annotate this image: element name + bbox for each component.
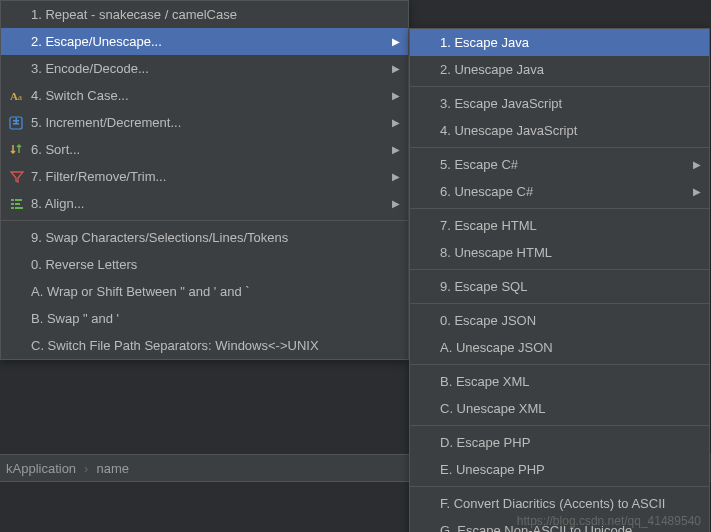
blank-icon <box>7 338 27 354</box>
blank-icon <box>7 230 27 246</box>
menu-item-label: F. Convert Diacritics (Accents) to ASCII <box>440 496 701 511</box>
menu-item-label: E. Unescape PHP <box>440 462 701 477</box>
sub-menu-item[interactable]: F. Convert Diacritics (Accents) to ASCII <box>410 490 709 517</box>
blank-icon <box>7 284 27 300</box>
main-menu-item[interactable]: 3. Encode/Decode...▶ <box>1 55 408 82</box>
submenu-arrow-icon: ▶ <box>390 117 400 128</box>
menu-item-label: 1. Repeat - snakecase / camelCase <box>31 7 400 22</box>
menu-divider <box>410 147 709 148</box>
sub-menu-item[interactable]: 2. Unescape Java <box>410 56 709 83</box>
blank-icon <box>416 62 436 78</box>
blank-icon <box>416 35 436 51</box>
blank-icon <box>416 157 436 173</box>
sub-menu-item[interactable]: E. Unescape PHP <box>410 456 709 483</box>
chevron-right-icon: › <box>84 461 88 476</box>
svg-rect-8 <box>11 203 14 205</box>
svg-rect-7 <box>15 199 22 201</box>
sub-menu-item[interactable]: C. Unescape XML <box>410 395 709 422</box>
filter-icon <box>7 169 27 185</box>
sub-menu-item[interactable]: 9. Escape SQL <box>410 273 709 300</box>
main-menu-item[interactable]: 1. Repeat - snakecase / camelCase <box>1 1 408 28</box>
sub-menu-item[interactable]: 8. Unescape HTML <box>410 239 709 266</box>
sub-menu-item[interactable]: 7. Escape HTML <box>410 212 709 239</box>
menu-divider <box>410 364 709 365</box>
sub-menu-item[interactable]: 6. Unescape C#▶ <box>410 178 709 205</box>
sub-menu-item[interactable]: 3. Escape JavaScript <box>410 90 709 117</box>
menu-item-label: 9. Swap Characters/Selections/Lines/Toke… <box>31 230 400 245</box>
blank-icon <box>416 523 436 533</box>
menu-item-label: 2. Unescape Java <box>440 62 701 77</box>
blank-icon <box>7 257 27 273</box>
submenu-arrow-icon: ▶ <box>390 36 400 47</box>
escape-unescape-submenu: 1. Escape Java2. Unescape Java3. Escape … <box>409 28 710 532</box>
blank-icon <box>7 7 27 23</box>
menu-item-label: B. Escape XML <box>440 374 701 389</box>
breadcrumb-part[interactable]: name <box>96 461 129 476</box>
main-menu-item[interactable]: Aa4. Switch Case...▶ <box>1 82 408 109</box>
blank-icon <box>416 245 436 261</box>
menu-item-label: 7. Filter/Remove/Trim... <box>31 169 390 184</box>
svg-text:a: a <box>18 92 22 102</box>
blank-icon <box>416 96 436 112</box>
sub-menu-item[interactable]: 1. Escape Java <box>410 29 709 56</box>
breadcrumb-part[interactable]: kApplication <box>6 461 76 476</box>
blank-icon <box>7 311 27 327</box>
menu-item-label: 1. Escape Java <box>440 35 701 50</box>
svg-rect-9 <box>15 203 20 205</box>
blank-icon <box>416 435 436 451</box>
menu-item-label: A. Wrap or Shift Between " and ' and ` <box>31 284 400 299</box>
sub-menu-item[interactable]: A. Unescape JSON <box>410 334 709 361</box>
menu-item-label: 0. Reverse Letters <box>31 257 400 272</box>
menu-divider <box>410 303 709 304</box>
sort-icon <box>7 142 27 158</box>
svg-rect-4 <box>13 123 19 125</box>
main-menu-item[interactable]: B. Swap " and ' <box>1 305 408 332</box>
submenu-arrow-icon: ▶ <box>691 159 701 170</box>
sub-menu-item[interactable]: 5. Escape C#▶ <box>410 151 709 178</box>
menu-item-label: 3. Escape JavaScript <box>440 96 701 111</box>
svg-rect-11 <box>15 207 23 209</box>
menu-item-label: 0. Escape JSON <box>440 313 701 328</box>
main-menu-item[interactable]: C. Switch File Path Separators: Windows<… <box>1 332 408 359</box>
main-menu-item[interactable]: 8. Align...▶ <box>1 190 408 217</box>
main-menu-item[interactable]: 6. Sort...▶ <box>1 136 408 163</box>
svg-text:A: A <box>10 90 18 102</box>
blank-icon <box>416 496 436 512</box>
main-menu-item[interactable]: 5. Increment/Decrement...▶ <box>1 109 408 136</box>
menu-divider <box>1 220 408 221</box>
main-menu-item[interactable]: 7. Filter/Remove/Trim...▶ <box>1 163 408 190</box>
sub-menu-item[interactable]: 0. Escape JSON <box>410 307 709 334</box>
menu-item-label: D. Escape PHP <box>440 435 701 450</box>
menu-item-label: A. Unescape JSON <box>440 340 701 355</box>
menu-item-label: 2. Escape/Unescape... <box>31 34 390 49</box>
menu-item-label: 4. Unescape JavaScript <box>440 123 701 138</box>
blank-icon <box>416 374 436 390</box>
blank-icon <box>416 184 436 200</box>
svg-rect-6 <box>11 199 14 201</box>
sub-menu-item[interactable]: D. Escape PHP <box>410 429 709 456</box>
menu-divider <box>410 86 709 87</box>
main-context-menu: 1. Repeat - snakecase / camelCase2. Esca… <box>0 0 409 360</box>
main-menu-item[interactable]: 2. Escape/Unescape...▶ <box>1 28 408 55</box>
menu-item-label: 8. Unescape HTML <box>440 245 701 260</box>
blank-icon <box>416 401 436 417</box>
menu-divider <box>410 486 709 487</box>
menu-item-label: C. Switch File Path Separators: Windows<… <box>31 338 400 353</box>
submenu-arrow-icon: ▶ <box>390 63 400 74</box>
blank-icon <box>7 61 27 77</box>
blank-icon <box>416 123 436 139</box>
blank-icon <box>416 313 436 329</box>
menu-item-label: B. Swap " and ' <box>31 311 400 326</box>
submenu-arrow-icon: ▶ <box>390 144 400 155</box>
blank-icon <box>416 340 436 356</box>
main-menu-item[interactable]: 0. Reverse Letters <box>1 251 408 278</box>
menu-item-label: C. Unescape XML <box>440 401 701 416</box>
sub-menu-item[interactable]: 4. Unescape JavaScript <box>410 117 709 144</box>
sub-menu-item[interactable]: B. Escape XML <box>410 368 709 395</box>
menu-item-label: 8. Align... <box>31 196 390 211</box>
main-menu-item[interactable]: A. Wrap or Shift Between " and ' and ` <box>1 278 408 305</box>
main-menu-item[interactable]: 9. Swap Characters/Selections/Lines/Toke… <box>1 224 408 251</box>
svg-rect-10 <box>11 207 14 209</box>
submenu-arrow-icon: ▶ <box>390 90 400 101</box>
menu-divider <box>410 269 709 270</box>
